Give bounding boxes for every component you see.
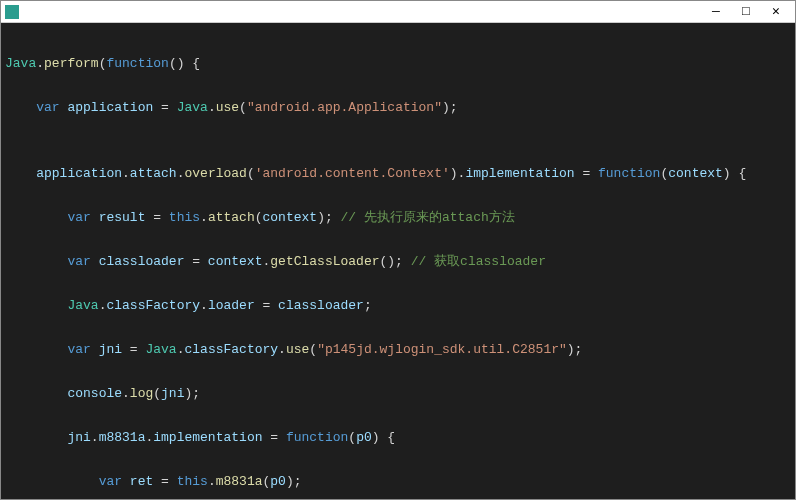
code-line: var result = this.attach(context); // 先执… [5, 207, 791, 229]
code-line: var jni = Java.classFactory.use("p145jd.… [5, 339, 791, 361]
code-line: Java.classFactory.loader = classloader; [5, 295, 791, 317]
close-button[interactable]: ✕ [769, 5, 783, 19]
maximize-button[interactable]: □ [739, 5, 753, 19]
code-line: application.attach.overload('android.con… [5, 163, 791, 185]
code-line: var ret = this.m8831a(p0); [5, 471, 791, 493]
window-controls: — □ ✕ [709, 5, 795, 19]
code-line: console.log(jni); [5, 383, 791, 405]
window-titlebar: — □ ✕ [1, 1, 795, 23]
code-line: Java.perform(function() { [5, 53, 791, 75]
app-icon [5, 5, 19, 19]
code-line: var application = Java.use("android.app.… [5, 97, 791, 119]
code-editor[interactable]: Java.perform(function() { var applicatio… [1, 23, 795, 499]
code-line: jni.m8831a.implementation = function(p0)… [5, 427, 791, 449]
code-line: var classloader = context.getClassLoader… [5, 251, 791, 273]
minimize-button[interactable]: — [709, 5, 723, 19]
